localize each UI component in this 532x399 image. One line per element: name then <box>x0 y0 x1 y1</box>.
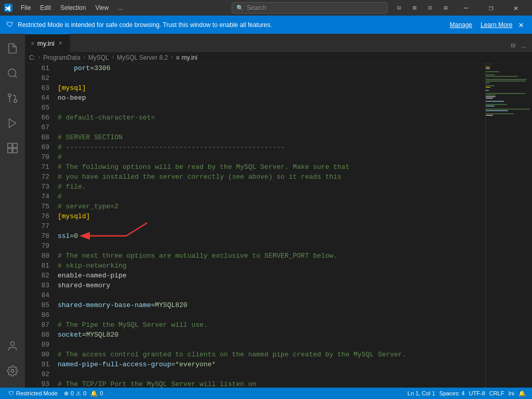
encoding[interactable]: UTF-8 <box>467 390 487 396</box>
cursor-position[interactable]: Ln 1, Col 1 <box>405 390 437 396</box>
minimap-line <box>486 74 495 75</box>
line-number: 88 <box>29 330 49 340</box>
activity-search[interactable] <box>0 61 25 86</box>
line-number: 73 <box>29 182 49 192</box>
line-number: 85 <box>29 300 49 310</box>
banner-close-button[interactable]: ✕ <box>516 20 526 30</box>
breadcrumb-sep-1: › <box>37 54 41 61</box>
activity-settings[interactable] <box>0 358 25 383</box>
line-number: 83 <box>29 281 49 290</box>
warning-icon: ⚠ <box>76 390 81 397</box>
breadcrumb-mysql-server[interactable]: MySQL Server 8.2 <box>117 54 168 61</box>
svg-rect-6 <box>8 143 12 148</box>
line-number: 87 <box>29 320 49 330</box>
line-number: 69 <box>29 142 49 152</box>
no-problems-status[interactable]: 🔔 0 <box>88 390 105 397</box>
indentation[interactable]: Spaces: 4 <box>437 390 467 396</box>
line-number: 70 <box>29 152 49 162</box>
editor-content[interactable]: 6162636465666768697071727374757677787980… <box>25 63 532 388</box>
menu-file[interactable]: File <box>17 2 35 14</box>
shield-icon: 🛡 <box>6 21 14 29</box>
more-actions-icon[interactable]: … <box>520 39 528 52</box>
minimap-line <box>486 96 496 97</box>
svg-point-2 <box>14 100 17 103</box>
status-right: Ln 1, Col 1 Spaces: 4 UTF-8 CRLF Ini 🔔 <box>405 390 528 397</box>
activity-extensions[interactable] <box>0 136 25 161</box>
menu-edit[interactable]: Edit <box>36 2 55 14</box>
line-number: 81 <box>29 261 49 271</box>
error-icon: ⊗ <box>64 390 69 397</box>
maximize-button[interactable]: ❐ <box>479 0 503 16</box>
layout-split-btn[interactable]: ⊡ <box>423 2 437 14</box>
activity-account[interactable] <box>0 334 25 358</box>
code-line: # --------------------------------------… <box>58 142 485 152</box>
activity-run-debug[interactable] <box>0 111 25 136</box>
line-ending[interactable]: CRLF <box>487 390 507 396</box>
error-count: 0 <box>71 390 74 396</box>
code-line: # skip-networking <box>58 261 485 271</box>
code-line: shared-memory <box>58 281 485 290</box>
layout-sidebar-btn[interactable]: ⊟ <box>392 2 406 14</box>
code-line: enable-named-pipe <box>58 271 485 281</box>
line-number: 92 <box>29 369 49 379</box>
tab-label: my.ini <box>37 39 55 47</box>
code-line <box>58 123 485 132</box>
restricted-mode-status[interactable]: 🛡 Restricted Mode <box>4 390 62 396</box>
code-editor[interactable]: port=3306[mysql]no-beep# default-charact… <box>54 63 485 388</box>
line-number: 61 <box>29 63 49 73</box>
line-number: 66 <box>29 113 49 123</box>
code-line: shared-memory-base-name=MYSQL820 <box>58 300 485 310</box>
code-line <box>58 73 485 83</box>
breadcrumb-mysql[interactable]: MySQL <box>88 54 109 61</box>
minimap-line <box>486 105 495 107</box>
minimap-line <box>486 90 489 91</box>
activity-files[interactable] <box>0 36 25 61</box>
activity-source-control[interactable] <box>0 86 25 111</box>
language-mode[interactable]: Ini <box>506 390 516 396</box>
minimap-line <box>486 68 490 69</box>
notifications-bell[interactable]: 🔔 <box>516 390 528 397</box>
activity-bar <box>0 34 25 388</box>
minimap-line <box>486 93 525 94</box>
tab-bar-actions: ⊟ … <box>504 39 532 52</box>
tab-bar: ≡ my.ini × ⊟ … <box>25 34 532 52</box>
line-number: 79 <box>29 241 49 251</box>
code-line: # The following options will be read by … <box>58 162 485 172</box>
split-editor-icon[interactable]: ⊟ <box>509 39 517 52</box>
tab-close-button[interactable]: × <box>58 38 63 48</box>
layout-panel-btn[interactable]: ⊠ <box>407 2 422 14</box>
bell-icon: 🔔 <box>90 390 98 397</box>
banner-message: Restricted Mode is intended for safe cod… <box>18 21 442 29</box>
learn-more-link[interactable]: Learn More <box>481 21 512 29</box>
menu-selection[interactable]: Selection <box>56 2 90 14</box>
minimap-line <box>486 87 490 88</box>
minimap-line <box>486 71 499 72</box>
close-button[interactable]: ✕ <box>504 0 528 16</box>
minimap-line <box>486 95 496 96</box>
svg-line-1 <box>15 75 17 77</box>
breadcrumb-file-icon: ≡ <box>176 54 179 61</box>
code-line: [mysqld] <box>58 211 485 221</box>
breadcrumb-programdata[interactable]: ProgramData <box>43 54 80 61</box>
manage-link[interactable]: Manage <box>450 21 472 29</box>
breadcrumb-sep-2: › <box>83 54 86 61</box>
breadcrumb-c[interactable]: C: <box>29 54 35 61</box>
minimap-line <box>486 101 504 102</box>
menu-more[interactable]: ... <box>114 2 127 14</box>
menu-view[interactable]: View <box>91 2 113 14</box>
errors-status[interactable]: ⊗ 0 ⚠ 0 <box>62 390 88 397</box>
minimap-line <box>486 115 493 116</box>
layout-custom-btn[interactable]: ⊞ <box>438 2 453 14</box>
minimap-line <box>486 84 486 85</box>
minimize-button[interactable]: — <box>454 0 478 16</box>
minimap-line <box>486 82 490 83</box>
status-left: 🛡 Restricted Mode ⊗ 0 ⚠ 0 🔔 0 <box>4 390 105 397</box>
line-number: 78 <box>29 231 49 241</box>
title-search-bar[interactable]: 🔍 Search <box>232 2 388 14</box>
code-line: named-pipe-full-access-group=*everyone* <box>58 360 485 369</box>
breadcrumb-sep-3: › <box>111 54 115 61</box>
tab-myini[interactable]: ≡ my.ini × <box>25 34 70 52</box>
code-line <box>58 221 485 231</box>
code-line <box>58 310 485 320</box>
svg-rect-7 <box>13 143 17 148</box>
